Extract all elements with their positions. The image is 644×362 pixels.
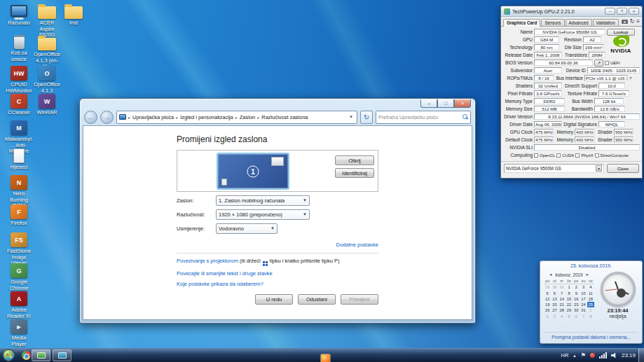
calendar-day[interactable]: 20 bbox=[551, 302, 558, 307]
calendar-day-selected[interactable]: 25 bbox=[587, 302, 594, 307]
breadcrumb-display[interactable]: Zaslon bbox=[238, 114, 257, 120]
close-button[interactable]: × bbox=[454, 99, 471, 108]
minimize-button[interactable]: – bbox=[420, 99, 437, 108]
calendar-day[interactable]: 2 bbox=[544, 314, 551, 319]
calendar-day[interactable]: 3 bbox=[551, 314, 558, 319]
desktop-icon-recycle-bin[interactable]: Koš za smeće bbox=[4, 35, 34, 62]
address-dropdown-arrow[interactable]: ▼ bbox=[348, 115, 355, 119]
calendar-day[interactable]: 2 bbox=[573, 284, 580, 290]
calendar-day[interactable]: 1 bbox=[566, 284, 573, 290]
calendar-day[interactable]: 12 bbox=[544, 296, 551, 302]
orientation-select[interactable]: Vodoravno▼ bbox=[216, 223, 278, 234]
search-input[interactable] bbox=[378, 115, 463, 120]
calendar-day[interactable]: 7 bbox=[580, 314, 587, 319]
projector-link[interactable]: Povezivanje s projektorom bbox=[177, 258, 238, 264]
network-icon[interactable] bbox=[599, 352, 607, 358]
tab-sensors[interactable]: Sensors bbox=[541, 19, 564, 26]
ok-button[interactable]: U redu bbox=[255, 294, 293, 305]
monitor-1[interactable]: 1 bbox=[217, 153, 289, 190]
calendar-day[interactable]: 8 bbox=[566, 291, 573, 296]
desktop-icon-inst-folder[interactable]: Inst bbox=[59, 4, 88, 27]
calendar-day[interactable]: 16 bbox=[573, 296, 580, 302]
calendar-day[interactable]: 19 bbox=[544, 302, 551, 307]
tab-validation[interactable]: Validation bbox=[593, 19, 619, 26]
calendar-day[interactable]: 22 bbox=[566, 302, 573, 307]
calendar-day[interactable]: 7 bbox=[559, 291, 566, 296]
taskbar-pin-chrome[interactable] bbox=[22, 351, 31, 360]
calendar-day[interactable]: 26 bbox=[544, 307, 551, 313]
taskbar-pin-firefox[interactable] bbox=[321, 354, 330, 362]
date-time-settings-link[interactable]: Promjena postavki datuma i vremena... bbox=[544, 332, 638, 341]
desktop-icon-winrar[interactable]: WWinRAR bbox=[32, 94, 62, 116]
show-desktop-button[interactable] bbox=[638, 349, 644, 362]
bios-save-icon[interactable]: ↗ bbox=[594, 60, 603, 67]
calendar-day[interactable]: 6 bbox=[551, 291, 558, 296]
display-select[interactable]: 1. Zaslon mobilnog računala▼ bbox=[216, 195, 310, 206]
calendar-day[interactable]: 31 bbox=[580, 307, 587, 313]
calendar-day[interactable]: 4 bbox=[559, 314, 566, 319]
lookup-button[interactable]: Lookup bbox=[607, 29, 635, 36]
desktop-icon-firefox[interactable]: FFirefox bbox=[4, 204, 34, 227]
desktop-icon-cpuid-hwmonitor[interactable]: HWCPUID HWMonitor bbox=[4, 66, 34, 94]
detect-button[interactable]: Otkrij bbox=[335, 155, 374, 165]
desktop-icon-faststone[interactable]: FSFastStone Image Viewer bbox=[4, 232, 34, 267]
gpu-device-select[interactable]: NVIDIA GeForce 9500M GS▼ bbox=[504, 164, 604, 173]
calendar-day[interactable]: 5 bbox=[544, 291, 551, 296]
tab-advanced[interactable]: Advanced bbox=[566, 19, 592, 26]
back-button[interactable]: ← bbox=[84, 111, 97, 124]
tab-graphics-card[interactable]: Graphics Card bbox=[503, 19, 540, 27]
calendar-day[interactable]: 18 bbox=[587, 296, 594, 302]
calendar-day[interactable]: 14 bbox=[559, 296, 566, 302]
start-button[interactable] bbox=[3, 349, 15, 361]
breadcrumb-control-panel[interactable]: Upravljačka ploča bbox=[131, 114, 175, 120]
calendar-day[interactable]: 31 bbox=[559, 284, 566, 290]
cancel-button[interactable]: Odustani bbox=[298, 294, 336, 305]
breadcrumb-appearance[interactable]: Izgled i personalizacija bbox=[179, 114, 234, 120]
uefi-checkbox[interactable] bbox=[605, 61, 609, 65]
gpuz-taskbar-button[interactable] bbox=[53, 349, 71, 361]
calendar-day[interactable]: 10 bbox=[580, 291, 587, 296]
identify-button[interactable]: Identificiraj bbox=[335, 168, 374, 178]
physx-checkbox[interactable] bbox=[575, 153, 580, 158]
calendar-day[interactable]: 30 bbox=[551, 284, 558, 290]
desktop-icon-google-chrome[interactable]: GGoogle Chrome bbox=[4, 263, 34, 291]
calendar-day[interactable]: 23 bbox=[573, 302, 580, 307]
calendar-month-label[interactable]: kolovoz, 2019 bbox=[556, 272, 583, 277]
calendar-day[interactable]: 27 bbox=[551, 307, 558, 313]
desktop-icon-adobe-reader[interactable]: AAdobe Reader XI bbox=[4, 291, 34, 319]
address-bar[interactable]: ▸ Upravljačka ploča ▸ Izgled i personali… bbox=[116, 111, 357, 124]
calendar-day[interactable]: 17 bbox=[580, 296, 587, 302]
calendar-day[interactable]: 3 bbox=[580, 284, 587, 290]
calendar-day[interactable]: 15 bbox=[566, 296, 573, 302]
advanced-settings-link[interactable]: Dodatne postavke bbox=[336, 242, 378, 248]
gpuz-help-button[interactable]: ? bbox=[617, 8, 627, 15]
calendar-day[interactable]: 29 bbox=[566, 307, 573, 313]
calendar-day[interactable]: 8 bbox=[587, 314, 594, 319]
desktop-icon-openoffice-folder[interactable]: OpenOffice 4.1.3 (en-U... bbox=[32, 35, 62, 70]
desktop-icon-openoffice[interactable]: OOpenOffice 4.1.3 bbox=[32, 66, 62, 94]
calendar-day[interactable]: 21 bbox=[559, 302, 566, 307]
desktop-icon-acer-folder[interactable]: ACER Aspire 8920G bbox=[32, 4, 62, 39]
language-indicator[interactable]: HR bbox=[561, 352, 569, 358]
calendar-day[interactable]: 24 bbox=[580, 302, 587, 307]
maximize-button[interactable]: □ bbox=[437, 99, 454, 108]
show-hidden-icons-button[interactable]: ▲ bbox=[573, 354, 576, 358]
volume-icon[interactable] bbox=[611, 353, 617, 358]
calendar-day[interactable]: 13 bbox=[551, 296, 558, 302]
calendar-day[interactable]: 11 bbox=[587, 291, 594, 296]
calendar-next-button[interactable]: ► bbox=[585, 272, 589, 277]
bus-help-icon[interactable]: ? bbox=[629, 76, 631, 81]
calendar-day[interactable]: 6 bbox=[573, 314, 580, 319]
resolution-select[interactable]: 1920 × 1080 (preporučeno)▼ bbox=[216, 209, 310, 220]
calendar-day[interactable]: 28 bbox=[559, 307, 566, 313]
breadcrumb-resolution[interactable]: Razlučivost zaslona bbox=[260, 114, 309, 120]
refresh-button[interactable]: ↻ bbox=[360, 111, 373, 124]
desktop-icon-mjeseci[interactable]: mjeseci bbox=[4, 148, 34, 171]
text-size-link[interactable]: Povećajte ili smanjite tekst i druge sta… bbox=[177, 270, 273, 277]
forward-button[interactable]: → bbox=[100, 111, 114, 124]
cuda-checkbox[interactable] bbox=[556, 153, 561, 158]
gpuz-close-button[interactable]: × bbox=[629, 8, 639, 15]
menu-icon[interactable]: ≡ bbox=[636, 19, 640, 25]
taskbar-clock[interactable]: 23:19 bbox=[622, 352, 636, 358]
opencl-checkbox[interactable] bbox=[534, 153, 538, 158]
